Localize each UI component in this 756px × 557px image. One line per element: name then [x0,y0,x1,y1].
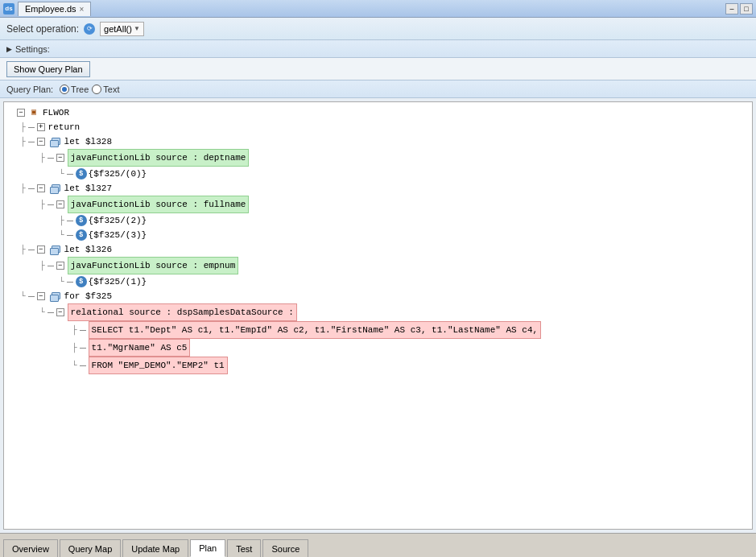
l327-connector: ├ [20,181,26,196]
f325-0-connector: └ [59,167,64,181]
f325-1-dollar-icon: $ [76,276,87,287]
f325-1-connector: └ [59,274,64,289]
tree-node-let-l326: ├ − let $l326 [20,242,749,257]
f325-2-connector: ├ [59,213,64,228]
operation-dropdown[interactable]: getAll() ▼ [100,22,144,36]
sql-from-connector: └ [72,358,77,373]
tree-node-relational: └ − relational source : dspSamplesDataSo… [39,303,749,321]
tab-test[interactable]: Test [227,539,261,557]
l328-label: let $l328 [64,134,112,149]
tree-node-sql-mgrname: ├ t1."MgrName" AS c5 [72,339,749,357]
f325-2-dollar-icon: $ [76,215,87,226]
f325-label: for $f325 [64,289,112,303]
l326-connector: ├ [20,242,26,257]
sql-select-label: SELECT t1."Dept" AS c1, t1."EmpId" AS c2… [89,321,542,339]
tree-node-f325-1: └ $ {$f325/(1)} [59,274,749,289]
tab-update-map-label: Update Map [131,544,180,554]
settings-expand-icon[interactable]: ▶ [6,45,12,53]
tab-close-icon[interactable]: × [80,5,85,14]
title-bar: ds Employee.ds × – □ [0,0,756,18]
tree-node-f325-2: ├ $ {$f325/(2)} [59,213,749,228]
sql-mgrname-connector: ├ [72,340,77,355]
l327-multi-icon [48,183,63,194]
tab-plan-label: Plan [199,543,217,553]
tree-radio[interactable]: Tree [60,85,89,94]
tree-scroll-area[interactable]: − ▣ FLWOR ├ + return ├ − [3,101,753,530]
tab-source[interactable]: Source [262,539,308,557]
tab-overview[interactable]: Overview [3,539,58,557]
f325-connector: └ [20,289,26,303]
flwor-folder-icon: ▣ [28,107,39,118]
main-content: − ▣ FLWOR ├ + return ├ − [0,98,756,533]
empnum-toggle[interactable]: − [56,262,64,270]
l328-connector: ├ [20,134,26,149]
f325-0-dollar-icon: $ [76,168,87,179]
l326-label: let $l326 [64,242,112,257]
operation-value: getAll() [104,24,132,34]
toolbar: Select operation: ⟳ getAll() ▼ [0,18,756,40]
maximize-button[interactable]: □ [740,3,753,14]
text-radio-button[interactable] [92,85,101,94]
tab-overview-label: Overview [12,544,49,554]
l328-multi-icon [48,136,63,147]
f325-3-connector: └ [59,228,64,242]
return-label: return [48,120,81,134]
tree-radio-button[interactable] [60,85,69,94]
return-toggle[interactable]: + [37,123,45,131]
tree-node-f325-0: └ $ {$f325/(0)} [59,167,749,181]
operation-icon: ⟳ [84,23,95,35]
settings-bar[interactable]: ▶ Settings: [0,40,756,58]
f325-1-label: {$f325/(1)} [89,274,147,289]
f325-multi-icon [48,291,63,302]
view-mode-group: Tree Text [60,85,119,94]
minimize-button[interactable]: – [725,3,738,14]
l328-toggle[interactable]: − [37,138,45,146]
sql-select-connector: ├ [72,323,77,337]
queryplan-bar: Query Plan: Tree Text [0,80,756,98]
select-operation-label: Select operation: [6,23,79,35]
relational-toggle[interactable]: − [56,308,64,316]
flwor-label: FLWOR [43,105,69,120]
text-radio-label: Text [103,85,119,94]
empnum-label: javaFunctionLib source : empnum [68,257,239,274]
deptname-toggle[interactable]: − [56,154,64,162]
f325-0-label: {$f325/(0)} [89,167,147,181]
button-bar: Show Query Plan [0,58,756,80]
tree-node-flwor: − ▣ FLWOR [7,105,749,120]
flwor-icon-symbol: ▣ [31,105,36,120]
deptname-label: javaFunctionLib source : deptname [68,149,250,167]
return-connector: ├ [20,120,26,134]
tree-node-for-f325: └ − for $f325 [20,289,749,303]
settings-label: Settings: [15,44,50,54]
empnum-connector: ├ [39,258,45,273]
flwor-toggle[interactable]: − [17,109,25,117]
tree-node-let-l328: ├ − let $l328 [20,134,749,149]
file-tab[interactable]: Employee.ds × [18,2,91,16]
sql-from-label: FROM "EMP_DEMO"."EMP2" t1 [89,357,228,374]
show-query-plan-button[interactable]: Show Query Plan [6,61,90,77]
text-radio[interactable]: Text [92,85,119,94]
tab-update-map[interactable]: Update Map [122,539,188,557]
fullname-label: javaFunctionLib source : fullname [68,196,250,213]
deptname-connector: ├ [39,151,45,165]
query-tree: − ▣ FLWOR ├ + return ├ − [4,102,752,378]
tree-node-sql-select: ├ SELECT t1."Dept" AS c1, t1."EmpId" AS … [72,321,749,339]
l327-toggle[interactable]: − [37,184,45,192]
tab-plan[interactable]: Plan [190,539,225,557]
l326-toggle[interactable]: − [37,245,45,254]
l326-multi-icon [48,244,63,255]
dropdown-arrow-icon: ▼ [134,25,140,32]
fullname-toggle[interactable]: − [56,200,64,208]
tab-source-label: Source [271,544,300,554]
tree-node-let-l327: ├ − let $l327 [20,181,749,196]
tab-query-map-label: Query Map [68,544,112,554]
f325-3-dollar-icon: $ [76,229,87,241]
tree-node-java-empnum: ├ − javaFunctionLib source : empnum [39,257,749,274]
tab-query-map[interactable]: Query Map [60,539,121,557]
tree-node-java-fullname: ├ − javaFunctionLib source : fullname [39,196,749,213]
f325-toggle[interactable]: − [37,292,45,300]
tree-node-return: ├ + return [20,120,749,134]
tab-filename: Employee.ds [25,4,76,14]
tab-test-label: Test [236,544,252,554]
relational-connector: └ [39,305,45,320]
